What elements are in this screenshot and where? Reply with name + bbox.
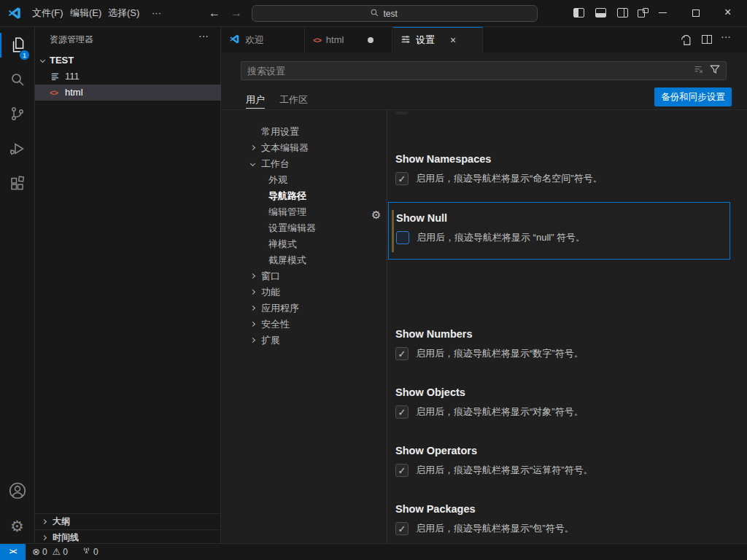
setting-show-packages: Show Packages 启用后，痕迹导航栏将显示“包”符号。 [387,493,738,543]
title-bar: 文件(F) 编辑(E) 选择(S) ··· ← → × [0,0,747,27]
toc-item-screencast-mode[interactable]: 截屏模式 [222,252,384,268]
scope-tab-user[interactable]: 用户 [246,91,265,109]
search-icon [370,7,379,20]
chevron-right-icon [250,338,255,343]
chevron-down-icon [250,161,255,166]
setting-title: Show Null [396,212,447,224]
manage-button[interactable]: ⚙ [0,512,34,541]
search-activity-button[interactable] [0,66,34,96]
vscode-logo-icon [7,6,22,23]
checkbox-show-null[interactable] [396,231,409,244]
tree-root-test[interactable]: TEST [35,52,221,69]
gear-icon: ⚙ [10,518,24,535]
checkbox-show-numbers[interactable] [395,347,409,360]
menu-file[interactable]: 文件(F) [26,0,69,26]
tree-item-111[interactable]: 111 [35,69,221,85]
run-debug-icon [9,140,26,160]
toggle-panel-icon[interactable] [595,8,606,18]
toc-item-appearance[interactable]: 外观 [222,172,384,188]
tree-item-html[interactable]: <> html [35,85,221,101]
checkbox-show-operators[interactable] [395,464,409,477]
setting-show-objects: Show Objects 启用后，痕迹导航栏将显示“对象”符号。 [387,376,738,435]
dirty-indicator-icon[interactable] [368,37,374,43]
toc-item-application[interactable]: 应用程序 [222,300,384,316]
outline-panel-header[interactable]: 大纲 [35,513,221,529]
activity-bar: 1 ⚙ [0,27,35,543]
toc-item-editor-management[interactable]: 编辑管理 [222,204,384,220]
chevron-right-icon [250,289,255,295]
forward-arrow-icon: → [231,0,242,26]
chevron-right-icon [250,273,255,279]
tab-welcome[interactable]: 欢迎 [222,27,305,52]
extensions-activity-button[interactable] [0,171,34,200]
source-control-activity-button[interactable] [0,101,34,130]
chevron-down-icon [40,58,45,63]
setting-show-numbers: Show Numbers 启用后，痕迹导航栏将显示“数字”符号。 [387,318,738,376]
setting-show-null[interactable]: Show Null 启用后，痕迹导航栏将显示 “null” 符号。 [388,202,730,260]
search-icon [9,71,26,91]
modified-indicator [392,210,394,252]
settings-list: Show Namespaces 启用后，痕迹导航栏将显示“命名空间”符号。 Sh… [387,109,747,543]
checkbox-show-namespaces[interactable] [395,172,409,185]
command-center-input[interactable] [384,9,420,19]
checkbox-show-packages[interactable] [395,522,409,535]
setting-title: Show Operators [395,445,477,456]
toc-item-settings-editor[interactable]: 设置编辑器 [222,220,384,236]
menu-more-icon[interactable]: ··· [146,0,167,26]
tab-bar: 欢迎 <> html 设置 × ··· [222,27,747,52]
explorer-activity-button[interactable]: 1 [0,32,34,61]
setting-gear-icon[interactable]: ⚙ [371,209,381,222]
ports-status[interactable]: 0 [82,544,98,560]
source-control-icon [9,105,26,125]
explorer-sidebar: 资源管理器 ··· TEST 111 <> html 大纲 时间线 [35,27,221,543]
warnings-icon: ⚠ [53,544,61,560]
menu-select[interactable]: 选择(S) [102,0,145,26]
chevron-right-icon [42,519,47,524]
checkbox-show-objects[interactable] [395,405,409,419]
filter-icon[interactable] [710,64,720,77]
toc-item-security[interactable]: 安全性 [222,316,384,332]
toc-item-features[interactable]: 功能 [222,284,384,300]
open-settings-json-icon[interactable] [680,34,692,49]
close-button[interactable]: × [724,6,731,19]
scope-tab-workspace[interactable]: 工作区 [279,91,308,109]
html-file-icon: <> [50,85,58,101]
run-debug-activity-button[interactable] [0,136,34,165]
remote-indicator[interactable]: >< [0,544,26,560]
toggle-secondary-sidebar-icon[interactable] [617,8,628,18]
settings-search-box[interactable] [241,61,727,80]
setting-title: Show Packages [395,503,476,515]
toc-item-window[interactable]: 窗口 [222,268,384,284]
toc-item-breadcrumbs[interactable]: 导航路径 [222,188,384,204]
accounts-button[interactable] [0,478,34,507]
problems-status[interactable]: ⊗ 0 ⚠ 0 [32,544,68,560]
status-bar: >< ⊗ 0 ⚠ 0 0 [0,543,747,560]
editor-area: 欢迎 <> html 设置 × ··· [222,27,747,543]
toc-item-commonly-used[interactable]: 常用设置 [222,124,384,140]
errors-icon: ⊗ [32,544,40,560]
toc-item-extensions[interactable]: 扩展 [222,332,384,349]
tab-settings[interactable]: 设置 × [393,27,483,52]
customize-layout-icon[interactable] [638,8,649,18]
clear-search-icon[interactable] [694,64,704,77]
toc-item-workbench[interactable]: 工作台 [222,156,384,172]
split-editor-icon[interactable] [702,35,712,44]
tab-more-actions-icon[interactable]: ··· [721,31,731,42]
maximize-button[interactable] [692,9,700,17]
settings-search-input[interactable] [241,66,694,77]
toggle-sidebar-icon[interactable] [573,8,584,18]
settings-sliders-icon [400,34,411,47]
minimize-button[interactable] [659,12,667,13]
back-arrow-icon[interactable]: ← [209,0,220,26]
backup-sync-settings-button[interactable]: 备份和同步设置 [654,88,732,106]
tab-html[interactable]: <> html [306,27,392,52]
html-file-icon: <> [313,36,321,44]
timeline-panel-header[interactable]: 时间线 [35,529,221,545]
sidebar-more-actions-icon[interactable]: ··· [198,30,209,42]
close-tab-icon[interactable]: × [450,34,456,46]
toc-item-text-editor[interactable]: 文本编辑器 [222,140,384,156]
command-center-search[interactable] [252,5,538,22]
toc-item-zen-mode[interactable]: 禅模式 [222,236,384,252]
menu-edit[interactable]: 编辑(E) [64,0,107,26]
broadcast-icon [82,544,91,560]
